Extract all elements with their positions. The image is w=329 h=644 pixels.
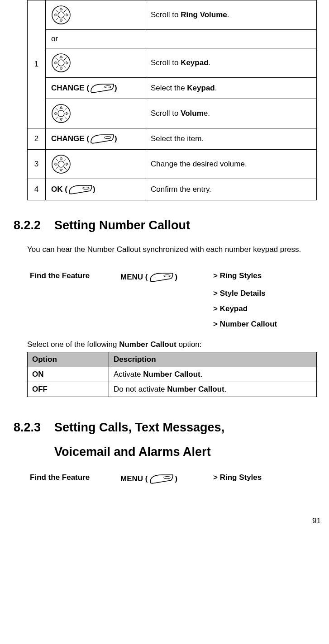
step-1b-action bbox=[46, 48, 145, 78]
step-1d-action bbox=[46, 99, 145, 128]
or-row: or bbox=[46, 30, 317, 48]
find-feature-row-1: Find the Feature MENU ( ) > Ring Styles bbox=[30, 271, 315, 283]
step-4-action: OK ( ) bbox=[46, 179, 145, 200]
option-off: OFF bbox=[28, 382, 109, 397]
step-2-action: CHANGE ( ) bbox=[46, 128, 145, 150]
table-row: OFF Do not activate Number Callout. bbox=[28, 382, 317, 397]
step-1a-desc: Scroll to Ring Volume. bbox=[145, 0, 317, 30]
options-table: Option Description ON Activate Number Ca… bbox=[27, 352, 317, 397]
softkey-icon bbox=[148, 473, 174, 485]
step-4-desc: Confirm the entry. bbox=[145, 179, 317, 200]
nav-pad-icon bbox=[51, 53, 71, 73]
nav-path-3: > Keypad bbox=[213, 301, 315, 317]
find-feature-label: Find the Feature bbox=[30, 473, 120, 482]
nav-path-2: > Style Details bbox=[213, 286, 315, 301]
nav-path-1: > Ring Styles bbox=[213, 473, 315, 482]
section-8-2-3-heading: 8.2.3Setting Calls, Text Messages, Voice… bbox=[14, 415, 315, 464]
step-2-desc: Select the item. bbox=[145, 128, 317, 150]
section-8-2-2-paragraph: You can hear the Number Callout synchron… bbox=[27, 242, 315, 258]
steps-table: 1 Scroll to Ring Volume. or Scroll to Ke… bbox=[27, 0, 317, 200]
page-number: 91 bbox=[0, 516, 329, 526]
option-on-desc: Activate Number Callout. bbox=[109, 367, 317, 382]
step-2-number: 2 bbox=[28, 128, 46, 150]
step-4-number: 4 bbox=[28, 179, 46, 200]
nav-pad-icon bbox=[51, 5, 71, 25]
section-8-2-2-heading: 8.2.2Setting Number Callout bbox=[14, 218, 315, 232]
step-1c-action: CHANGE ( ) bbox=[46, 78, 145, 99]
softkey-icon bbox=[67, 184, 93, 195]
step-1b-desc: Scroll to Keypad. bbox=[145, 48, 317, 78]
find-feature-row-2: Find the Feature MENU ( ) > Ring Styles bbox=[30, 473, 315, 485]
option-off-desc: Do not activate Number Callout. bbox=[109, 382, 317, 397]
find-feature-label: Find the Feature bbox=[30, 271, 120, 280]
table-row: ON Activate Number Callout. bbox=[28, 367, 317, 382]
step-3-number: 3 bbox=[28, 150, 46, 179]
option-on: ON bbox=[28, 367, 109, 382]
nav-pad-icon bbox=[51, 104, 71, 123]
nav-path-4: > Number Callout bbox=[213, 317, 315, 332]
nav-pad-icon bbox=[51, 154, 71, 174]
step-1c-desc: Select the Keypad. bbox=[145, 78, 317, 99]
select-option-text: Select one of the following Number Callo… bbox=[27, 340, 315, 349]
nav-path-list: > Style Details > Keypad > Number Callou… bbox=[213, 286, 315, 332]
step-1a-action bbox=[46, 0, 145, 30]
menu-label: MENU ( ) bbox=[120, 473, 213, 485]
step-1d-desc: Scroll to Volume. bbox=[145, 99, 317, 128]
menu-label: MENU ( ) bbox=[120, 271, 213, 283]
options-header-description: Description bbox=[109, 352, 317, 367]
softkey-icon bbox=[89, 133, 114, 145]
softkey-icon bbox=[89, 82, 114, 94]
options-header-option: Option bbox=[28, 352, 109, 367]
step-1-number: 1 bbox=[28, 0, 46, 128]
softkey-icon bbox=[148, 271, 174, 283]
step-3-action bbox=[46, 150, 145, 179]
step-3-desc: Change the desired volume. bbox=[145, 150, 317, 179]
nav-path-1: > Ring Styles bbox=[213, 271, 315, 280]
